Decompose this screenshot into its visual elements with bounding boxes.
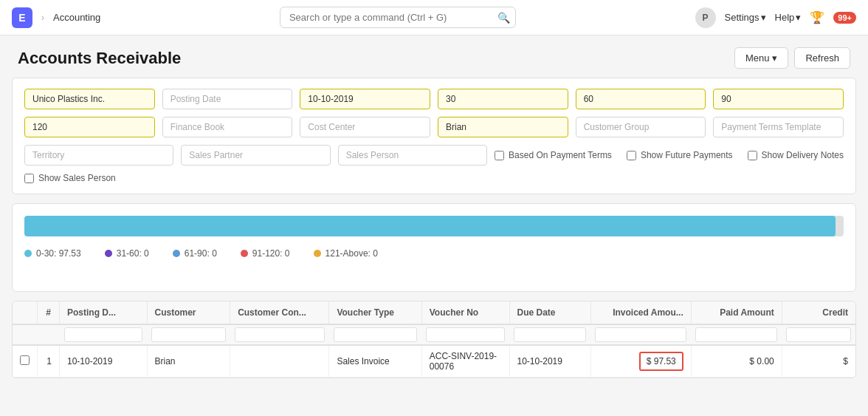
legend-dot-0-30 [24, 250, 32, 257]
show-delivery-notes-checkbox[interactable] [748, 151, 757, 160]
field-120-filter[interactable] [24, 117, 155, 137]
show-delivery-notes-label: Show Delivery Notes [762, 150, 844, 160]
based-on-payment-label: Based On Payment Terms [509, 150, 612, 160]
filter-row-1 [24, 89, 844, 109]
breadcrumb-chevron: › [41, 13, 44, 23]
show-sales-person-row: Show Sales Person [24, 173, 844, 183]
row-num: 1 [38, 345, 60, 378]
company-filter[interactable] [24, 89, 155, 109]
th-num: # [38, 301, 60, 324]
breadcrumb-text: Accounting [53, 12, 100, 23]
legend-row: 0-30: 97.53 31-60: 0 61-90: 0 91-120: 0 … [24, 248, 844, 259]
invoiced-amount-value: $ 97.53 [639, 352, 683, 371]
field-90-filter[interactable] [713, 89, 844, 109]
col-filter-voucher-no[interactable] [426, 327, 505, 342]
row-checkbox[interactable] [20, 355, 30, 365]
field-30-filter[interactable] [438, 89, 568, 109]
finance-book-filter[interactable] [162, 117, 293, 137]
col-filter-customer-contact[interactable] [235, 327, 325, 342]
header-actions: Menu ▾ Refresh [734, 47, 850, 69]
legend-item-31-60: 31-60: 0 [105, 248, 149, 259]
legend-dot-61-90 [173, 250, 180, 257]
menu-button[interactable]: Menu ▾ [734, 47, 789, 69]
show-future-payments-checkbox[interactable] [627, 151, 636, 160]
legend-item-61-90: 61-90: 0 [173, 248, 217, 259]
nav-avatar[interactable]: P [695, 7, 716, 28]
col-filter-customer[interactable] [151, 327, 226, 342]
sales-partner-filter[interactable] [181, 145, 330, 166]
table-filter-inputs-row [13, 324, 855, 345]
posting-date-value-filter[interactable] [300, 89, 430, 109]
legend-label-61-90: 61-90: 0 [185, 248, 217, 259]
based-on-payment-checkbox-group: Based On Payment Terms [495, 150, 612, 160]
bar-fill [24, 216, 836, 236]
search-icon: 🔍 [497, 12, 510, 24]
help-button[interactable]: Help ▾ [775, 12, 802, 23]
notification-badge[interactable]: 99+ [833, 12, 856, 24]
legend-item-0-30: 0-30: 97.53 [24, 248, 81, 259]
settings-button[interactable]: Settings ▾ [725, 12, 766, 23]
table-header-row: # Posting D... Customer Customer Con... … [13, 301, 855, 324]
row-voucher-type: Sales Invoice [329, 345, 421, 378]
legend-item-91-120: 91-120: 0 [241, 248, 290, 259]
trophy-icon: 🏆 [810, 10, 824, 24]
legend-dot-121-above [314, 250, 321, 257]
row-due-date: 10-10-2019 [509, 345, 590, 378]
col-filter-credit[interactable] [786, 327, 851, 342]
filter-row-2 [24, 117, 844, 137]
show-future-payments-label: Show Future Payments [641, 150, 733, 160]
posting-date-filter[interactable] [162, 89, 293, 109]
legend-label-0-30: 0-30: 97.53 [36, 248, 81, 259]
th-checkbox [13, 301, 38, 324]
page-header: Accounts Receivable Menu ▾ Refresh [0, 35, 868, 78]
filter-checkboxes: Based On Payment Terms Show Future Payme… [495, 145, 844, 166]
filter-row-3: Based On Payment Terms Show Future Payme… [24, 145, 844, 166]
app-icon[interactable]: E [12, 7, 32, 28]
th-due-date: Due Date [509, 301, 590, 324]
th-invoiced-amount: Invoiced Amou... [590, 301, 691, 324]
territory-filter[interactable] [24, 145, 173, 166]
th-customer-contact: Customer Con... [230, 301, 329, 324]
show-sales-person-checkbox[interactable] [24, 174, 34, 183]
customer-group-filter[interactable] [576, 117, 706, 137]
filter-area: Based On Payment Terms Show Future Payme… [12, 78, 856, 194]
th-posting-date: Posting D... [60, 301, 148, 324]
row-customer-contact [230, 345, 329, 378]
chart-area: 0-30: 97.53 31-60: 0 61-90: 0 91-120: 0 … [12, 203, 856, 292]
col-filter-due-date[interactable] [514, 327, 586, 342]
based-on-payment-checkbox[interactable] [495, 151, 504, 160]
table-row: 1 10-10-2019 Brian Sales Invoice ACC-SIN… [13, 345, 855, 378]
legend-label-31-60: 31-60: 0 [117, 248, 149, 259]
search-bar: 🔍 [280, 7, 516, 28]
legend-label-121-above: 121-Above: 0 [326, 248, 378, 259]
th-paid-amount: Paid Amount [691, 301, 782, 324]
row-customer: Brian [147, 345, 230, 378]
field-60-filter[interactable] [576, 89, 706, 109]
nav-right: P Settings ▾ Help ▾ 🏆 99+ [695, 7, 856, 28]
col-filter-voucher-type[interactable] [334, 327, 417, 342]
th-voucher-no: Voucher No [421, 301, 509, 324]
search-input[interactable] [280, 7, 516, 28]
table-area: # Posting D... Customer Customer Con... … [12, 301, 856, 378]
row-voucher-no: ACC-SINV-2019-00076 [421, 345, 509, 378]
show-delivery-notes-checkbox-group: Show Delivery Notes [748, 150, 844, 160]
row-paid-amount: $ 0.00 [691, 345, 782, 378]
col-filter-posting-date[interactable] [64, 327, 143, 342]
sales-person-filter[interactable] [338, 145, 487, 166]
refresh-button[interactable]: Refresh [794, 47, 850, 69]
page-title: Accounts Receivable [18, 49, 181, 68]
legend-item-121-above: 121-Above: 0 [314, 248, 378, 259]
th-voucher-type: Voucher Type [329, 301, 421, 324]
bar-track [24, 216, 844, 236]
row-posting-date: 10-10-2019 [60, 345, 148, 378]
th-customer: Customer [147, 301, 230, 324]
show-sales-person-label: Show Sales Person [38, 173, 116, 183]
navbar: E › Accounting 🔍 P Settings ▾ Help ▾ 🏆 9… [0, 0, 868, 35]
cost-center-filter[interactable] [300, 117, 430, 137]
col-filter-invoiced-amount[interactable] [595, 327, 686, 342]
legend-dot-31-60 [105, 250, 112, 257]
show-future-payments-checkbox-group: Show Future Payments [627, 150, 733, 160]
customer-filter[interactable] [438, 117, 568, 137]
col-filter-paid-amount[interactable] [695, 327, 777, 342]
payment-terms-filter[interactable] [713, 117, 844, 137]
